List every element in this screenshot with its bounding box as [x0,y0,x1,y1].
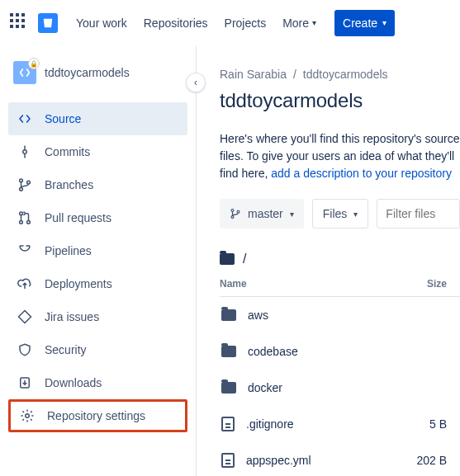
sidebar-item-label: Pull requests [45,211,111,224]
sidebar-item-repository-settings[interactable]: Repository settings [8,399,187,432]
create-button[interactable]: Create ▾ [334,10,395,36]
path-root: / [243,252,246,266]
svg-point-0 [23,150,27,154]
branch-name: master [248,207,283,220]
col-header-name[interactable]: Name [220,278,410,290]
nav-projects[interactable]: Projects [218,12,273,35]
breadcrumb-repo[interactable]: tddtoycarmodels [303,68,388,81]
shield-icon [17,342,33,357]
repo-avatar: 🔒 [13,61,36,84]
file-name: docker [248,381,282,394]
top-nav: Your work Repositories Projects More ▾ C… [0,0,460,46]
commit-icon [17,144,33,159]
sidebar-item-label: Repository settings [47,409,145,422]
sidebar-item-pull-requests[interactable]: Pull requests [8,201,187,234]
sidebar-repo-name: tddtoycarmodels [45,66,130,79]
bitbucket-logo-icon[interactable] [38,13,58,33]
chevron-down-icon: ▾ [312,18,316,27]
file-icon [221,453,235,468]
download-icon [17,375,33,390]
sidebar-item-branches[interactable]: Branches [8,168,187,201]
chevron-down-icon: ▾ [382,18,386,27]
repo-intro: Here's where you'll find this repository… [220,130,460,182]
svg-point-5 [20,220,23,224]
main-content: Rain Sarabia / tddtoycarmodels tddtoycar… [197,46,460,476]
sidebar-item-pipelines[interactable]: Pipelines [8,234,187,267]
file-name: codebase [248,345,298,358]
sidebar-item-downloads[interactable]: Downloads [8,366,187,399]
svg-point-8 [26,414,30,418]
svg-point-1 [20,179,23,182]
jira-icon [17,309,33,324]
table-row[interactable]: .gitignore 5 B [220,406,460,442]
sidebar: ‹ 🔒 tddtoycarmodels Source Commits Branc… [0,46,197,476]
svg-point-6 [27,220,31,224]
files-label: Files [323,207,348,220]
sidebar-item-deployments[interactable]: Deployments [8,267,187,300]
sidebar-item-label: Source [45,112,81,125]
folder-icon [221,346,236,357]
filter-files-input[interactable] [377,199,460,229]
svg-point-2 [20,187,23,191]
svg-point-9 [231,209,234,211]
add-description-link[interactable]: add a description to your repository [271,167,452,180]
file-icon [221,417,235,431]
table-row[interactable]: codebase [220,333,460,370]
svg-point-10 [231,216,234,219]
svg-point-11 [237,210,239,213]
nav-your-work[interactable]: Your work [69,12,134,35]
sidebar-collapse-button[interactable]: ‹ [186,73,206,92]
sidebar-item-security[interactable]: Security [8,333,187,366]
sidebar-item-label: Downloads [45,376,102,389]
pull-request-icon [17,210,33,225]
file-size: 202 B [410,454,460,467]
nav-more-label: More [282,16,309,30]
gear-icon [19,408,36,423]
table-row[interactable]: docker [220,370,460,406]
files-dropdown[interactable]: Files ▾ [312,199,369,229]
branch-icon [17,177,33,192]
sidebar-repo-header[interactable]: 🔒 tddtoycarmodels [8,61,187,102]
pipelines-icon [17,243,33,258]
breadcrumb-owner[interactable]: Rain Sarabia [220,68,287,81]
nav-more[interactable]: More ▾ [276,12,323,35]
table-row[interactable]: appspec.yml 202 B [220,442,460,476]
sidebar-item-jira-issues[interactable]: Jira issues [8,300,187,333]
table-row[interactable]: aws [220,297,460,333]
branch-selector[interactable]: master ▾ [220,199,304,229]
file-name: appspec.yml [246,454,311,467]
col-header-size[interactable]: Size [410,278,460,290]
folder-icon [220,253,235,265]
chevron-down-icon: ▾ [353,210,358,219]
nav-repositories[interactable]: Repositories [137,12,215,35]
create-button-label: Create [343,16,377,30]
chevron-down-icon: ▾ [290,210,294,219]
file-name: .gitignore [246,417,294,431]
app-switcher-icon[interactable] [10,13,30,33]
sidebar-item-label: Jira issues [45,310,99,323]
svg-point-4 [20,212,23,215]
folder-icon [221,382,236,394]
code-icon [17,111,33,126]
path-row: / [220,252,460,266]
branch-icon [230,208,241,219]
sidebar-item-label: Commits [45,145,90,158]
folder-icon [221,309,236,321]
sidebar-item-label: Branches [45,178,93,191]
svg-point-3 [27,181,31,184]
breadcrumb-sep: / [293,68,296,81]
file-name: aws [248,309,268,322]
sidebar-item-commits[interactable]: Commits [8,135,187,168]
sidebar-item-source[interactable]: Source [8,102,187,135]
lock-icon: 🔒 [28,58,40,69]
sidebar-item-label: Pipelines [45,244,92,257]
sidebar-item-label: Deployments [45,277,112,290]
sidebar-item-label: Security [45,343,87,356]
page-title: tddtoycarmodels [220,89,460,112]
breadcrumb: Rain Sarabia / tddtoycarmodels [220,68,460,81]
file-table-header: Name Size [220,266,460,297]
cloud-upload-icon [17,276,33,291]
file-size: 5 B [410,417,460,431]
